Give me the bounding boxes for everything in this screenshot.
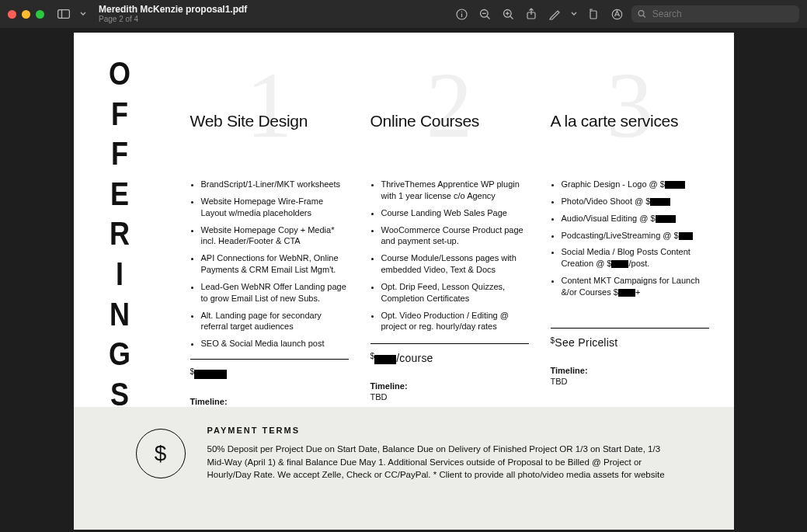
column-title: Web Site Design xyxy=(190,112,349,130)
zoom-in-button[interactable] xyxy=(499,5,517,23)
sidebar-toggle-button[interactable] xyxy=(55,5,72,23)
divider xyxy=(370,343,529,344)
list-item: Audio/Visual Editing @ $ xyxy=(562,213,709,224)
column-number: 1 xyxy=(246,59,293,152)
window-controls xyxy=(8,10,44,19)
list-item: Course Module/Lessons pages with embedde… xyxy=(381,252,529,276)
highlight-button[interactable] xyxy=(608,5,625,23)
svg-point-16 xyxy=(638,11,644,16)
list-item: Graphic Design - Logo @ $ xyxy=(562,179,709,190)
price: $/course xyxy=(370,352,529,364)
search-icon xyxy=(638,9,646,19)
sidebar-menu-chevron-icon[interactable] xyxy=(78,5,88,23)
offerings-columns: 1 Web Site Design BrandScript/1-Liner/MK… xyxy=(190,70,709,417)
svg-line-17 xyxy=(643,16,645,18)
svg-line-9 xyxy=(510,16,513,19)
timeline-label: Timeline: xyxy=(370,381,529,391)
svg-line-6 xyxy=(487,16,490,19)
document-title-block: Meredith McKenzie proposal1.pdf Page 2 o… xyxy=(99,5,247,23)
redacted-price xyxy=(374,355,396,364)
titlebar: Meredith McKenzie proposal1.pdf Page 2 o… xyxy=(0,0,807,28)
column-items: Graphic Design - Logo @ $Photo/Video Sho… xyxy=(551,179,709,298)
list-item: Opt. Drip Feed, Lesson Quizzes, Completi… xyxy=(381,281,529,304)
svg-rect-0 xyxy=(58,10,70,19)
svg-point-4 xyxy=(461,11,461,12)
markup-button[interactable] xyxy=(546,5,563,23)
list-item: API Connections for WebNR, Online Paymen… xyxy=(201,252,349,276)
divider xyxy=(190,359,349,360)
search-input[interactable] xyxy=(651,8,793,20)
column-title: Online Courses xyxy=(370,112,529,130)
minimize-window-button[interactable] xyxy=(22,10,30,19)
list-item: Course Landing Web Sales Page xyxy=(381,207,529,219)
offering-column-1: 1 Web Site Design BrandScript/1-Liner/MK… xyxy=(190,70,349,417)
document-title: Meredith McKenzie proposal1.pdf xyxy=(99,5,247,15)
list-item: SEO & Social Media launch post xyxy=(201,338,349,349)
redacted-price xyxy=(618,289,635,297)
list-item: BrandScript/1-Liner/MKT worksheets xyxy=(201,179,349,190)
list-item: Alt. Landing page for secondary referral… xyxy=(201,310,349,333)
search-field[interactable] xyxy=(631,5,799,23)
page-indicator: Page 2 of 4 xyxy=(99,15,247,23)
dollar-icon: $ xyxy=(136,429,186,478)
list-item: Lead-Gen WebNR Offer Landing page to gro… xyxy=(201,281,349,304)
redacted-price xyxy=(679,232,693,240)
list-item: Website Homepage Copy + Media* incl. Hea… xyxy=(201,224,349,248)
list-item: ThriveThemes Apprentice WP plugin with 1… xyxy=(381,179,529,202)
column-number: 2 xyxy=(426,59,473,152)
rotate-button[interactable] xyxy=(585,5,602,23)
column-title: A la carte services xyxy=(551,112,709,130)
column-number: 3 xyxy=(607,59,653,152)
list-item: Website Homepage Wire-Frame Layout w/med… xyxy=(201,196,349,219)
section-heading-offerings: OFFERINGS xyxy=(103,84,136,384)
redacted-price xyxy=(650,198,670,206)
redacted-price xyxy=(611,260,628,268)
redacted-price xyxy=(665,181,685,189)
timeline-label: Timeline: xyxy=(551,366,709,375)
list-item: Opt. Video Production / Editing @ projec… xyxy=(381,310,529,333)
share-button[interactable] xyxy=(523,5,540,23)
column-items: BrandScript/1-Liner/MKT worksheetsWebsit… xyxy=(190,179,349,349)
price-text: $See Pricelist xyxy=(551,336,709,349)
timeline-label: Timeline: xyxy=(190,397,349,406)
pdf-page: OFFERINGS 1 Web Site Design BrandScript/… xyxy=(74,33,734,530)
list-item: Photo/Video Shoot @ $ xyxy=(562,196,709,207)
list-item: WooCommerce Course Product page and paym… xyxy=(381,224,529,248)
payment-terms-section: $ PAYMENT TERMS 50% Deposit per Project … xyxy=(74,407,734,530)
svg-rect-14 xyxy=(590,11,597,19)
payment-terms-title: PAYMENT TERMS xyxy=(207,426,703,435)
timeline-value: TBD xyxy=(551,377,709,386)
info-button[interactable] xyxy=(453,5,470,23)
timeline-value: TBD xyxy=(370,392,529,402)
list-item: Podcasting/LiveStreaming @ $ xyxy=(562,230,709,242)
divider xyxy=(551,328,709,329)
payment-terms-body: 50% Deposit per Project Due on Start Dat… xyxy=(207,443,673,482)
redacted-price xyxy=(656,215,676,223)
close-window-button[interactable] xyxy=(8,10,16,19)
zoom-out-button[interactable] xyxy=(476,5,493,23)
markup-menu-chevron-icon[interactable] xyxy=(569,5,579,23)
offering-column-3: 3 A la carte services Graphic Design - L… xyxy=(551,70,709,417)
list-item: Social Media / Blog Posts Content Creati… xyxy=(562,246,709,269)
redacted-price xyxy=(194,370,227,379)
document-viewport[interactable]: OFFERINGS 1 Web Site Design BrandScript/… xyxy=(0,28,807,532)
column-items: ThriveThemes Apprentice WP plugin with 1… xyxy=(370,179,529,332)
list-item: Content MKT Campaigns for Launch &/or Co… xyxy=(562,275,709,298)
zoom-window-button[interactable] xyxy=(36,10,44,19)
price: $ xyxy=(190,367,349,380)
offering-column-2: 2 Online Courses ThriveThemes Apprentice… xyxy=(370,70,529,417)
